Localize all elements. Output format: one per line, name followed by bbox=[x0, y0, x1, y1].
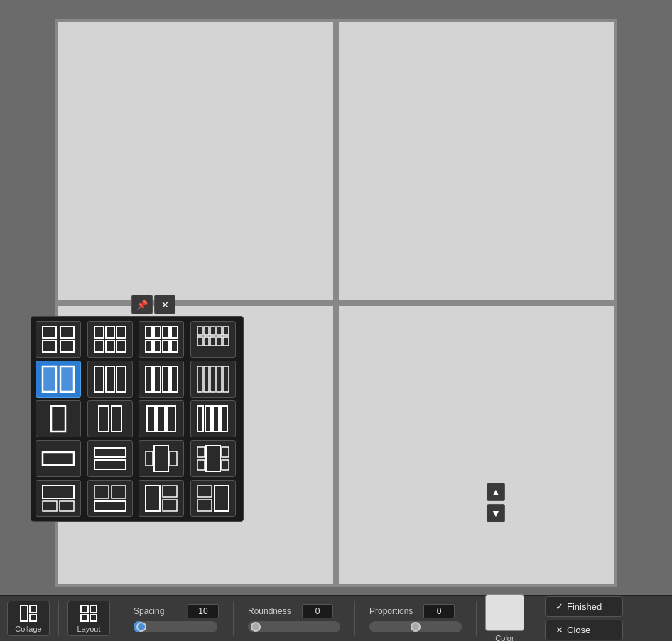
svg-rect-79 bbox=[90, 606, 97, 613]
proportions-input[interactable] bbox=[423, 604, 455, 618]
svg-rect-0 bbox=[43, 327, 56, 338]
bottom-toolbar: Collage Layout Spacing bbox=[0, 595, 672, 641]
layout-item-10[interactable] bbox=[139, 400, 184, 437]
proportions-slider[interactable] bbox=[369, 621, 462, 632]
svg-rect-36 bbox=[171, 366, 178, 392]
svg-rect-41 bbox=[223, 366, 229, 392]
divider-2 bbox=[119, 601, 119, 636]
color-section: Color bbox=[485, 594, 524, 641]
layout-item-15[interactable] bbox=[190, 440, 236, 477]
layout-item-3[interactable] bbox=[190, 321, 236, 358]
roundness-thumb[interactable] bbox=[251, 622, 261, 632]
svg-rect-62 bbox=[222, 460, 229, 470]
finished-button[interactable]: ✓ Finished bbox=[545, 596, 623, 617]
scroll-up-button[interactable]: ▲ bbox=[487, 483, 505, 501]
layout-item-13[interactable] bbox=[87, 440, 133, 477]
svg-rect-2 bbox=[43, 341, 56, 352]
svg-rect-1 bbox=[60, 327, 74, 338]
svg-rect-37 bbox=[197, 366, 202, 392]
svg-rect-25 bbox=[210, 337, 215, 346]
grid-cell-top-left[interactable] bbox=[55, 19, 336, 303]
svg-rect-68 bbox=[94, 501, 126, 511]
layout-item-19[interactable] bbox=[190, 480, 236, 517]
svg-rect-21 bbox=[217, 327, 222, 335]
proportions-row: Proportions bbox=[369, 604, 462, 618]
layout-item-1[interactable] bbox=[87, 321, 133, 358]
grid-cell-top-right[interactable] bbox=[336, 19, 617, 303]
layout-item-11[interactable] bbox=[190, 400, 236, 437]
pin-button[interactable]: 📌 bbox=[131, 295, 153, 314]
svg-rect-42 bbox=[51, 406, 65, 432]
roundness-input[interactable] bbox=[302, 604, 333, 618]
layout-item-0[interactable] bbox=[36, 321, 81, 358]
svg-rect-24 bbox=[204, 337, 209, 346]
svg-rect-66 bbox=[94, 486, 109, 498]
layout-item-9[interactable] bbox=[87, 400, 133, 437]
proportions-thumb[interactable] bbox=[411, 622, 421, 632]
svg-rect-76 bbox=[30, 606, 36, 613]
layout-item-2[interactable] bbox=[139, 321, 184, 358]
layout-item-7[interactable] bbox=[190, 361, 236, 398]
layout-item-6[interactable] bbox=[139, 361, 184, 398]
x-icon: ✕ bbox=[556, 625, 563, 635]
layout-item-12[interactable] bbox=[36, 440, 81, 477]
svg-rect-70 bbox=[163, 486, 177, 497]
roundness-slider-container bbox=[248, 621, 340, 632]
layout-item-14[interactable] bbox=[139, 440, 184, 477]
scroll-down-button[interactable]: ▼ bbox=[487, 504, 505, 522]
layout-grid bbox=[36, 321, 239, 517]
roundness-slider[interactable] bbox=[248, 621, 340, 632]
svg-rect-46 bbox=[157, 406, 165, 432]
divider-6 bbox=[533, 601, 533, 636]
layout-item-4[interactable] bbox=[36, 361, 81, 398]
layout-section: Layout bbox=[67, 601, 110, 636]
svg-rect-81 bbox=[90, 615, 97, 621]
layout-item-17[interactable] bbox=[87, 480, 133, 517]
layout-item-16[interactable] bbox=[36, 480, 81, 517]
layout-item-5[interactable] bbox=[87, 361, 133, 398]
spacing-slider-container bbox=[134, 621, 219, 632]
svg-rect-22 bbox=[223, 327, 229, 335]
arrow-buttons: ▲ ▼ bbox=[487, 483, 505, 522]
svg-rect-52 bbox=[43, 452, 74, 465]
divider-4 bbox=[354, 601, 355, 636]
svg-rect-54 bbox=[94, 460, 126, 469]
collage-section: Collage bbox=[7, 601, 50, 636]
svg-rect-5 bbox=[106, 327, 114, 338]
svg-rect-9 bbox=[116, 341, 126, 352]
svg-rect-13 bbox=[171, 327, 178, 338]
svg-rect-78 bbox=[81, 606, 88, 613]
svg-rect-18 bbox=[197, 327, 202, 335]
roundness-label: Roundness bbox=[248, 606, 298, 616]
color-swatch[interactable] bbox=[485, 594, 524, 631]
svg-rect-48 bbox=[197, 406, 203, 432]
spacing-slider[interactable] bbox=[134, 621, 217, 632]
svg-rect-77 bbox=[30, 615, 36, 621]
svg-rect-8 bbox=[106, 341, 114, 352]
svg-rect-63 bbox=[43, 486, 74, 498]
layout-picker bbox=[31, 316, 244, 522]
action-buttons: ✓ Finished ✕ Close bbox=[545, 596, 623, 640]
divider-3 bbox=[233, 601, 234, 636]
close-button[interactable]: ✕ Close bbox=[545, 620, 623, 640]
svg-rect-51 bbox=[221, 406, 227, 432]
svg-rect-20 bbox=[210, 327, 215, 335]
svg-rect-56 bbox=[146, 451, 153, 466]
svg-rect-23 bbox=[197, 337, 202, 346]
close-label: Close bbox=[567, 625, 590, 635]
svg-rect-71 bbox=[163, 500, 177, 511]
svg-rect-15 bbox=[154, 341, 161, 352]
layout-item-18[interactable] bbox=[139, 480, 184, 517]
svg-rect-40 bbox=[217, 366, 222, 392]
grid-cell-bottom-right[interactable] bbox=[336, 303, 617, 587]
spacing-thumb[interactable] bbox=[136, 622, 146, 632]
layout-button[interactable]: Layout bbox=[67, 601, 110, 636]
collage-button[interactable]: Collage bbox=[7, 601, 50, 636]
layout-label: Layout bbox=[77, 625, 100, 633]
svg-rect-50 bbox=[213, 406, 219, 432]
spacing-input[interactable] bbox=[188, 604, 219, 618]
proportions-control: Proportions bbox=[364, 604, 467, 632]
spacing-row: Spacing bbox=[134, 604, 219, 618]
layout-item-8[interactable] bbox=[36, 400, 81, 437]
close-float-button[interactable]: ✕ bbox=[154, 295, 175, 314]
